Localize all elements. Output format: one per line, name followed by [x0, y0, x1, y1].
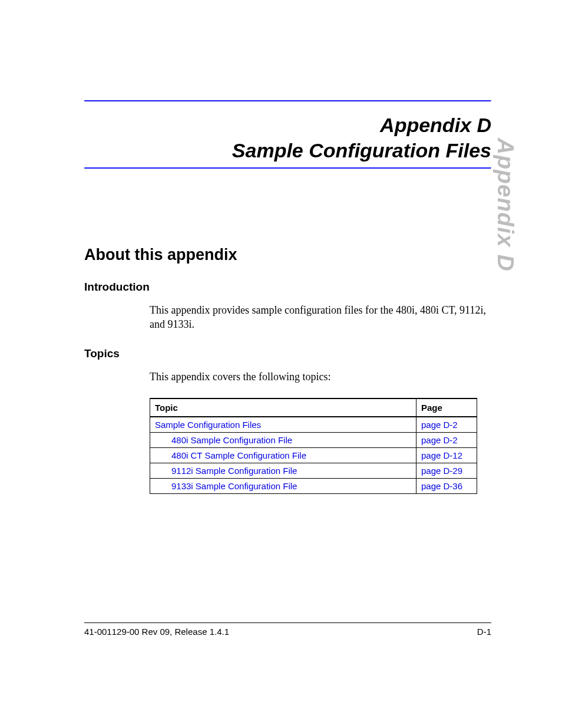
topics-header-topic: Topic [150, 398, 416, 417]
topics-heading: Topics [84, 347, 491, 360]
title-line-2: Sample Configuration Files [84, 138, 491, 163]
topic-link[interactable]: 480i Sample Configuration File [150, 432, 416, 447]
page-link[interactable]: page D-2 [416, 432, 477, 447]
topic-link[interactable]: 480i CT Sample Configuration File [150, 447, 416, 463]
topics-header-page: Page [416, 398, 477, 417]
table-row: 480i Sample Configuration File page D-2 [150, 432, 477, 447]
topic-link[interactable]: 9133i Sample Configuration File [150, 478, 416, 493]
title-block: Appendix D Sample Configuration Files [84, 102, 491, 167]
footer: 41-001129-00 Rev 09, Release 1.4.1 D-1 [84, 622, 491, 637]
page-link[interactable]: page D-2 [416, 417, 477, 433]
topics-lead: This appendix covers the following topic… [150, 370, 491, 384]
page-link[interactable]: page D-36 [416, 478, 477, 493]
table-row: 9133i Sample Configuration File page D-3… [150, 478, 477, 493]
introduction-heading: Introduction [84, 281, 491, 294]
page-link[interactable]: page D-29 [416, 463, 477, 478]
title-line-1: Appendix D [84, 113, 491, 138]
topic-link[interactable]: 9112i Sample Configuration File [150, 463, 416, 478]
table-row: Sample Configuration Files page D-2 [150, 417, 477, 433]
section-heading: About this appendix [84, 246, 491, 264]
topics-table: Topic Page Sample Configuration Files pa… [150, 398, 477, 494]
table-row: 480i CT Sample Configuration File page D… [150, 447, 477, 463]
footer-rule [84, 622, 491, 623]
side-tab: Appendix D [492, 138, 518, 272]
footer-right: D-1 [477, 627, 491, 637]
page-link[interactable]: page D-12 [416, 447, 477, 463]
topic-link[interactable]: Sample Configuration Files [150, 417, 416, 433]
footer-left: 41-001129-00 Rev 09, Release 1.4.1 [84, 627, 229, 637]
introduction-text: This appendix provides sample configurat… [150, 303, 491, 332]
mid-rule [84, 167, 491, 169]
table-row: 9112i Sample Configuration File page D-2… [150, 463, 477, 478]
